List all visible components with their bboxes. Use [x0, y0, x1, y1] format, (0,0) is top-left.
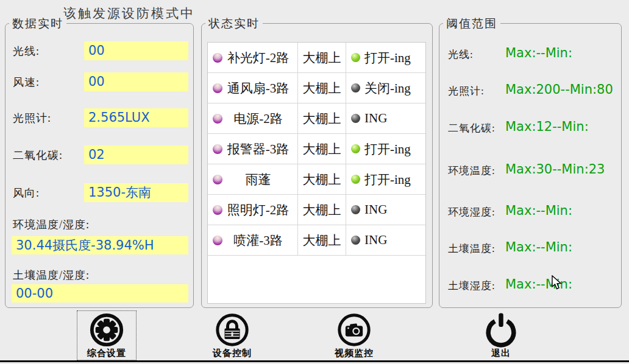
light-value: 00 [84, 41, 188, 60]
device-location: 大棚上 [298, 73, 346, 103]
device-status: 打开-ing [364, 171, 411, 188]
table-row[interactable]: 补光灯-2路 大棚上 打开-ing [208, 43, 425, 73]
threshold-row: 土壤温度: Max:--Min: [439, 240, 621, 258]
exit-button[interactable]: 退出 [472, 311, 530, 360]
threshold-value: Max:12--Min: [505, 119, 589, 134]
windspeed-value: 00 [84, 72, 188, 91]
device-status-table[interactable]: 补光灯-2路 大棚上 打开-ing 通风扇-3路 大棚上 关闭-ing 电源-2… [207, 42, 426, 304]
threshold-row: 环境温度: Max:30--Min:23 [439, 162, 621, 180]
threshold-label: 光照计: [448, 84, 485, 98]
status-led-icon [351, 175, 360, 184]
panel-threshold-range: 阈值范围 光线: Max:--Min: 光照计: Max:200--Min:80… [439, 23, 622, 308]
status-led-icon [351, 53, 360, 62]
video-monitor-button[interactable]: 视频监控 [325, 311, 383, 360]
panel-realtime-status-title: 状态实时 [205, 16, 263, 32]
table-row[interactable]: 报警器-3路 大棚上 打开-ing [208, 134, 425, 164]
status-led-icon [351, 83, 360, 93]
light-label: 光线: [13, 44, 40, 58]
device-location: 大棚上 [298, 103, 346, 133]
device-orb-icon [213, 83, 222, 93]
threshold-row: 土壤湿度: Max:--Min: [439, 277, 621, 295]
device-status: 打开-ing [364, 49, 411, 66]
panel-realtime-status: 状态实时 补光灯-2路 大棚上 打开-ing 通风扇-3路 大棚上 关闭-ing… [201, 23, 433, 308]
status-led-icon [351, 144, 360, 153]
settings-button[interactable]: 综合设置 [77, 311, 136, 360]
device-control-button-label: 设备控制 [203, 348, 261, 359]
env-temp-humidity-label: 环境温度/湿度: [13, 217, 90, 232]
soil-temp-humidity-value: 00-00 [12, 284, 188, 303]
soil-temp-humidity-label: 土壤温度/湿度: [13, 268, 90, 282]
device-location: 大棚上 [298, 225, 346, 255]
threshold-row: 二氧化碳: Max:12--Min: [439, 119, 621, 138]
device-status: ING [364, 233, 387, 248]
exit-button-label: 退出 [472, 348, 530, 359]
mouse-cursor-icon [552, 275, 562, 290]
panel-realtime-data-title: 数据实时 [9, 16, 66, 32]
panel-realtime-data: 数据实时 光线: 00 风速: 00 光照计: 2.565LUX 二氧化碳: 0… [5, 23, 194, 308]
threshold-value: Max:30--Min:23 [505, 162, 605, 177]
device-orb-icon [213, 114, 222, 124]
co2-value: 02 [84, 145, 188, 164]
threshold-value: Max:--Min: [505, 203, 572, 218]
winddir-value: 1350-东南 [84, 183, 188, 202]
device-orb-icon [213, 53, 222, 63]
threshold-row: 环境湿度: Max:--Min: [439, 203, 621, 222]
device-status: ING [364, 111, 387, 126]
device-status: 打开-ing [364, 141, 411, 158]
co2-label: 二氧化碳: [13, 148, 63, 163]
table-row[interactable]: 喷灌-3路 大棚上 ING [208, 225, 425, 256]
threshold-label: 光线: [448, 47, 474, 61]
power-icon [483, 312, 519, 348]
threshold-value: Max:--Min: [505, 46, 572, 60]
threshold-row: 光线: Max:--Min: [439, 46, 621, 64]
panel-threshold-range-title: 阈值范围 [443, 16, 500, 32]
status-led-icon [351, 236, 360, 245]
threshold-label: 土壤温度: [448, 242, 496, 256]
threshold-value: Max:200--Min:80 [505, 82, 613, 97]
device-location: 大棚上 [298, 134, 346, 164]
threshold-value: Max:--Min: [505, 240, 572, 254]
env-temp-humidity-value: 30.44摄氏度-38.94%H [12, 236, 188, 254]
threshold-label: 环境湿度: [448, 205, 496, 219]
arming-mode-alert: 该触发源设防模式中 [63, 5, 195, 22]
app-window: 该触发源设防模式中 数据实时 光线: 00 风速: 00 光照计: 2.565L… [0, 0, 629, 364]
table-row[interactable]: 照明灯-2路 大棚上 ING [208, 195, 425, 225]
settings-button-label: 综合设置 [77, 348, 136, 359]
device-location: 大棚上 [298, 43, 346, 72]
luxmeter-value: 2.565LUX [84, 108, 188, 127]
device-orb-icon [213, 175, 222, 184]
device-status: 关闭-ing [364, 80, 411, 97]
threshold-label: 环境温度: [448, 164, 496, 178]
device-orb-icon [213, 236, 222, 245]
table-row[interactable]: 通风扇-3路 大棚上 关闭-ing [208, 73, 425, 103]
device-orb-icon [213, 144, 222, 154]
table-row[interactable]: 电源-2路 大棚上 ING [208, 103, 425, 134]
device-status: ING [364, 202, 387, 217]
status-led-icon [351, 205, 360, 214]
bottom-divider-bar [0, 360, 629, 362]
threshold-value: Max:--Min: [505, 277, 572, 292]
camera-icon [336, 312, 372, 348]
device-location: 大棚上 [298, 164, 346, 194]
device-control-button[interactable]: 设备控制 [203, 311, 261, 360]
video-monitor-button-label: 视频监控 [325, 348, 383, 359]
gear-icon [88, 312, 125, 348]
luxmeter-label: 光照计: [13, 111, 51, 125]
lock-icon [214, 312, 251, 348]
device-orb-icon [213, 205, 222, 215]
threshold-label: 二氧化碳: [448, 121, 496, 135]
table-row[interactable]: 雨蓬 大棚上 打开-ing [208, 164, 425, 195]
status-led-icon [351, 114, 360, 123]
threshold-label: 土壤湿度: [448, 279, 496, 293]
winddir-label: 风向: [13, 186, 40, 200]
device-location: 大棚上 [298, 195, 346, 225]
windspeed-label: 风速: [13, 75, 40, 89]
threshold-row: 光照计: Max:200--Min:80 [439, 82, 621, 100]
